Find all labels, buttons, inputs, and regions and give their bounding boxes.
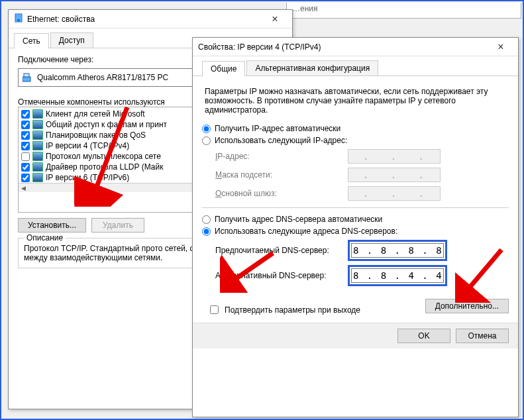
network-adapter-icon xyxy=(23,73,33,82)
dns-manual-radio[interactable] xyxy=(202,227,211,236)
component-icon xyxy=(32,109,43,119)
component-checkbox[interactable] xyxy=(21,121,30,129)
svg-rect-3 xyxy=(24,74,29,77)
component-checkbox[interactable] xyxy=(21,152,30,161)
ip-auto-label: Получить IP-адрес автоматически xyxy=(215,124,341,133)
ipv4-tabs: Общие Альтернативная конфигурация xyxy=(193,56,518,76)
advanced-button[interactable]: Дополнительно... xyxy=(425,299,509,313)
close-icon[interactable]: × xyxy=(489,41,513,53)
component-label: IP версии 6 (TCP/IPv6) xyxy=(46,173,129,182)
adapter-name: Qualcomm Atheros AR8171/8175 PC xyxy=(37,73,168,82)
gateway-label: Основной шлюз:Основной шлюз: xyxy=(215,189,348,198)
component-label: Драйвер протокола LLDP (Майк xyxy=(46,162,163,172)
component-icon xyxy=(32,120,43,129)
ip-manual-radio-row[interactable]: Использовать следующий IP-адрес: xyxy=(202,136,509,145)
description-legend: Описание xyxy=(24,233,66,242)
divider xyxy=(202,207,509,208)
component-label: Протокол мультиплексора сете xyxy=(46,152,161,161)
component-icon xyxy=(32,162,43,172)
validate-on-exit-row[interactable]: Подтвердить параметры при выходе xyxy=(207,303,360,316)
ipv4-titlebar[interactable]: Свойства: IP версии 4 (TCP/IPv4) × xyxy=(193,38,518,56)
ip-manual-radio[interactable] xyxy=(202,136,211,145)
dns-manual-label: Использовать следующие адреса DNS-сервер… xyxy=(215,227,397,236)
ipv4-content: Параметры IP можно назначать автоматичес… xyxy=(193,76,518,323)
ethernet-titlebar[interactable]: Ethernet: свойства × xyxy=(9,10,292,28)
cancel-button[interactable]: Отмена xyxy=(456,329,509,343)
gateway-row: Основной шлюз:Основной шлюз: xyxy=(215,186,509,201)
component-checkbox[interactable] xyxy=(21,174,30,182)
tab-access[interactable]: Доступ xyxy=(50,32,93,48)
component-checkbox[interactable] xyxy=(21,131,30,140)
svg-rect-1 xyxy=(17,19,20,21)
close-icon[interactable]: × xyxy=(263,13,287,25)
component-icon xyxy=(32,173,43,182)
ip-address-input[interactable] xyxy=(348,149,441,164)
component-icon xyxy=(32,152,43,161)
dns-preferred-label: Предпочитаемый DNS-сервер: xyxy=(215,246,348,255)
scroll-left-icon[interactable]: ◀ xyxy=(19,185,28,191)
dns-auto-radio-row[interactable]: Получить адрес DNS-сервера автоматически xyxy=(202,215,509,224)
ip-auto-radio[interactable] xyxy=(202,125,211,133)
svg-rect-2 xyxy=(23,77,30,81)
dns-auto-label: Получить адрес DNS-сервера автоматически xyxy=(215,215,382,224)
component-label: Планировщик пакетов QoS xyxy=(46,131,146,140)
ethernet-icon xyxy=(14,13,23,25)
tab-network[interactable]: Сеть xyxy=(14,33,49,48)
validate-on-exit-checkbox[interactable] xyxy=(210,305,219,314)
ethernet-title: Ethernet: свойства xyxy=(27,15,263,24)
ip-address-label: IIP-адрес:P-адрес: xyxy=(215,152,348,161)
ipv4-title: Свойства: IP версии 4 (TCP/IPv4) xyxy=(198,42,489,52)
subnet-row: Маска подсети:Маска подсети: xyxy=(215,168,509,182)
component-label: Общий доступ к файлам и принт xyxy=(46,120,167,129)
ok-button[interactable]: OK xyxy=(397,329,450,343)
subnet-label: Маска подсети:Маска подсети: xyxy=(215,170,348,180)
dns-highlight-box xyxy=(348,265,447,286)
gateway-input[interactable] xyxy=(348,186,441,201)
ipv4-footer: OK Отмена xyxy=(193,323,518,348)
tab-general[interactable]: Общие xyxy=(202,61,245,76)
ip-auto-radio-row[interactable]: Получить IP-адрес автоматически xyxy=(202,124,509,133)
ipv4-intro-text: Параметры IP можно назначать автоматичес… xyxy=(205,87,506,115)
component-checkbox[interactable] xyxy=(21,142,30,150)
remove-button[interactable]: Удалить xyxy=(91,218,144,233)
dns-alternate-row: Альтернативный DNS-сервер: xyxy=(215,265,509,286)
validate-on-exit-label: Подтвердить параметры при выходе xyxy=(225,305,360,315)
subnet-input[interactable] xyxy=(348,168,441,182)
bg-title: …ения xyxy=(287,3,521,15)
tab-alt-config[interactable]: Альтернативная конфигурация xyxy=(246,60,378,76)
ipv4-properties-window: Свойства: IP версии 4 (TCP/IPv4) × Общие… xyxy=(192,37,519,417)
dns-alternate-label: Альтернативный DNS-сервер: xyxy=(215,271,348,280)
component-checkbox[interactable] xyxy=(21,110,30,119)
background-window-fragment: …ения xyxy=(286,3,521,19)
dns-manual-radio-row[interactable]: Использовать следующие адреса DNS-сервер… xyxy=(202,227,509,236)
dns-highlight-box xyxy=(348,240,447,261)
component-label: Клиент для сетей Microsoft xyxy=(46,109,145,119)
ip-manual-label: Использовать следующий IP-адрес: xyxy=(215,136,347,145)
component-checkbox[interactable] xyxy=(21,163,30,172)
component-label: IP версии 4 (TCP/IPv4) xyxy=(46,141,129,150)
install-button[interactable]: Установить... xyxy=(18,218,86,233)
dns-preferred-input[interactable] xyxy=(351,243,444,258)
dns-auto-radio[interactable] xyxy=(202,215,211,224)
dns-preferred-row: Предпочитаемый DNS-сервер: xyxy=(215,240,509,261)
ip-address-row: IIP-адрес:P-адрес: xyxy=(215,149,509,164)
component-icon xyxy=(32,141,43,150)
dns-alternate-input[interactable] xyxy=(351,268,444,283)
component-icon xyxy=(32,131,43,140)
